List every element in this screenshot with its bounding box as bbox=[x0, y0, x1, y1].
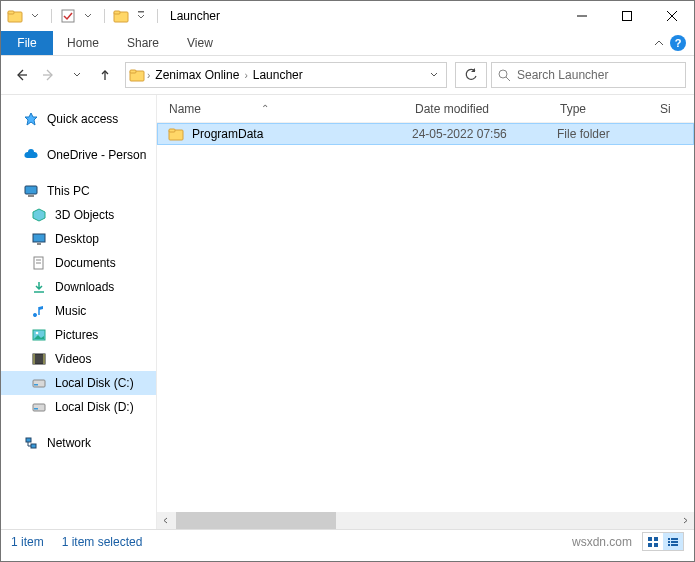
svg-rect-29 bbox=[33, 354, 35, 364]
sidebar-item-local-disk-d[interactable]: Local Disk (D:) bbox=[1, 395, 156, 419]
svg-rect-2 bbox=[62, 10, 74, 22]
sidebar-item-quick-access[interactable]: Quick access bbox=[1, 107, 156, 131]
music-icon bbox=[31, 303, 47, 319]
sidebar-item-network[interactable]: Network bbox=[1, 431, 156, 455]
status-selected: 1 item selected bbox=[62, 535, 143, 549]
svg-rect-34 bbox=[34, 408, 38, 410]
drive-icon bbox=[31, 399, 47, 415]
ribbon: File Home Share View ? bbox=[1, 31, 694, 56]
forward-button[interactable] bbox=[37, 63, 61, 87]
breadcrumb-1[interactable]: Zenimax Online bbox=[151, 68, 243, 82]
breadcrumb-2[interactable]: Launcher bbox=[249, 68, 307, 82]
folder-icon bbox=[168, 126, 184, 142]
folder-icon-addr bbox=[128, 67, 146, 83]
sidebar-item-3d-objects[interactable]: 3D Objects bbox=[1, 203, 156, 227]
horizontal-scrollbar[interactable] bbox=[157, 512, 694, 529]
view-details-button[interactable] bbox=[663, 533, 683, 550]
pictures-icon bbox=[31, 327, 47, 343]
minimize-button[interactable] bbox=[559, 1, 604, 31]
properties-icon[interactable] bbox=[60, 8, 76, 24]
maximize-button[interactable] bbox=[604, 1, 649, 31]
cloud-icon bbox=[23, 147, 39, 163]
svg-rect-44 bbox=[671, 538, 678, 540]
refresh-button[interactable] bbox=[455, 62, 487, 88]
sidebar-item-music[interactable]: Music bbox=[1, 299, 156, 323]
scroll-thumb[interactable] bbox=[176, 512, 336, 529]
star-icon bbox=[23, 111, 39, 127]
sidebar-item-documents[interactable]: Documents bbox=[1, 251, 156, 275]
scroll-right-icon[interactable] bbox=[677, 512, 694, 529]
svg-rect-31 bbox=[33, 380, 45, 387]
back-button[interactable] bbox=[9, 63, 33, 87]
svg-rect-42 bbox=[654, 543, 658, 547]
column-type[interactable]: Type bbox=[560, 102, 660, 116]
svg-rect-41 bbox=[648, 543, 652, 547]
address-bar[interactable]: › Zenimax Online › Launcher bbox=[125, 62, 447, 88]
sidebar-item-downloads[interactable]: Downloads bbox=[1, 275, 156, 299]
column-headers: Name ⌃ Date modified Type Si bbox=[157, 95, 694, 123]
file-date: 24-05-2022 07:56 bbox=[412, 127, 557, 141]
ribbon-expand-icon[interactable] bbox=[654, 38, 664, 48]
svg-rect-39 bbox=[648, 537, 652, 541]
column-date[interactable]: Date modified bbox=[415, 102, 560, 116]
network-icon bbox=[23, 435, 39, 451]
sidebar-item-pictures[interactable]: Pictures bbox=[1, 323, 156, 347]
share-tab[interactable]: Share bbox=[113, 31, 173, 55]
svg-rect-7 bbox=[622, 12, 631, 21]
file-row[interactable]: ProgramData 24-05-2022 07:56 File folder bbox=[157, 123, 694, 145]
pc-icon bbox=[23, 183, 39, 199]
qat-customize-icon[interactable] bbox=[133, 8, 149, 24]
file-list[interactable]: ProgramData 24-05-2022 07:56 File folder bbox=[157, 123, 694, 512]
sidebar-item-desktop[interactable]: Desktop bbox=[1, 227, 156, 251]
help-icon[interactable]: ? bbox=[670, 35, 686, 51]
status-bar: 1 item 1 item selected wsxdn.com bbox=[1, 529, 694, 553]
svg-rect-30 bbox=[43, 354, 45, 364]
svg-rect-18 bbox=[28, 195, 34, 197]
svg-rect-43 bbox=[668, 538, 670, 540]
objects3d-icon bbox=[31, 207, 47, 223]
view-tab[interactable]: View bbox=[173, 31, 227, 55]
column-name[interactable]: Name ⌃ bbox=[169, 102, 415, 116]
svg-rect-36 bbox=[31, 444, 36, 448]
view-grid-button[interactable] bbox=[643, 533, 663, 550]
quick-access-toolbar bbox=[1, 8, 162, 24]
svg-rect-48 bbox=[671, 544, 678, 546]
sidebar-item-videos[interactable]: Videos bbox=[1, 347, 156, 371]
videos-icon bbox=[31, 351, 47, 367]
download-icon bbox=[31, 279, 47, 295]
nav-row: › Zenimax Online › Launcher Search Launc… bbox=[1, 56, 694, 94]
drive-icon bbox=[31, 375, 47, 391]
sidebar-item-this-pc[interactable]: This PC bbox=[1, 179, 156, 203]
status-count: 1 item bbox=[11, 535, 44, 549]
sidebar-item-local-disk-c[interactable]: Local Disk (C:) bbox=[1, 371, 156, 395]
up-button[interactable] bbox=[93, 63, 117, 87]
file-name: ProgramData bbox=[192, 127, 263, 141]
window-title: Launcher bbox=[170, 9, 559, 23]
recent-dropdown[interactable] bbox=[65, 63, 89, 87]
svg-rect-35 bbox=[26, 438, 31, 442]
svg-rect-46 bbox=[671, 541, 678, 543]
svg-rect-14 bbox=[130, 70, 136, 73]
sidebar-item-onedrive[interactable]: OneDrive - Person bbox=[1, 143, 156, 167]
file-tab[interactable]: File bbox=[1, 31, 53, 55]
address-dropdown-icon[interactable] bbox=[424, 71, 444, 79]
folder-icon-2 bbox=[113, 8, 129, 24]
qat-dropdown-icon[interactable] bbox=[27, 8, 43, 24]
svg-rect-19 bbox=[33, 234, 45, 242]
home-tab[interactable]: Home bbox=[53, 31, 113, 55]
svg-rect-32 bbox=[34, 384, 38, 386]
view-toggle bbox=[642, 532, 684, 551]
content-pane: Name ⌃ Date modified Type Si ProgramData… bbox=[156, 95, 694, 529]
file-type: File folder bbox=[557, 127, 657, 141]
search-input[interactable]: Search Launcher bbox=[491, 62, 686, 88]
folder-icon bbox=[7, 8, 23, 24]
svg-rect-38 bbox=[169, 129, 175, 132]
qat-dropdown-icon-2[interactable] bbox=[80, 8, 96, 24]
svg-point-27 bbox=[36, 332, 39, 335]
svg-rect-33 bbox=[33, 404, 45, 411]
svg-rect-1 bbox=[8, 11, 14, 14]
scroll-left-icon[interactable] bbox=[157, 512, 174, 529]
close-button[interactable] bbox=[649, 1, 694, 31]
sort-indicator-icon: ⌃ bbox=[261, 103, 269, 114]
column-size[interactable]: Si bbox=[660, 102, 694, 116]
